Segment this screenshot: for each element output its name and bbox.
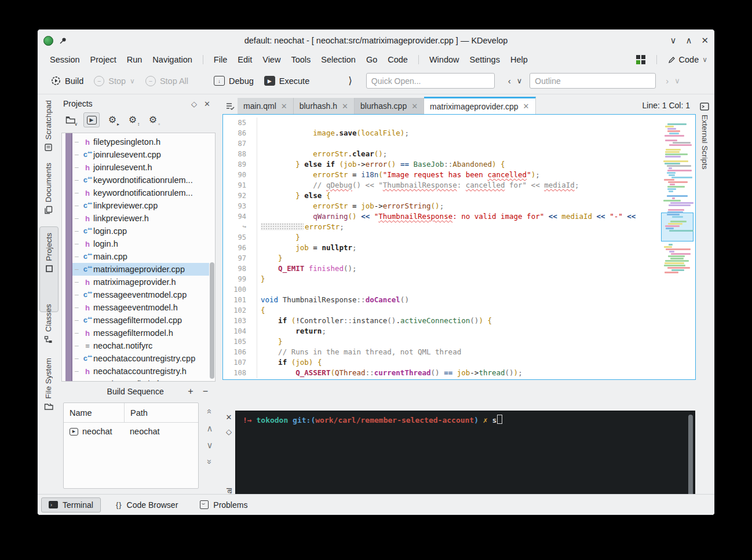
build-sequence-table[interactable]: Name Path ▶neochatneochat	[63, 402, 199, 489]
sidebar-tab-documents[interactable]: Documents	[39, 163, 57, 222]
tree-item[interactable]: –hfiletypesingleton.h	[72, 136, 209, 148]
menu-help[interactable]: Help	[505, 54, 533, 65]
open-project-menu-button[interactable]: ∨	[63, 113, 78, 127]
code-line[interactable]: 104 return;	[223, 326, 659, 336]
move-up-button[interactable]: ∧	[207, 424, 213, 433]
code-line[interactable]: 107 if (job) {	[223, 357, 659, 368]
outline-forward-icon[interactable]: ›	[663, 75, 671, 87]
pin-icon[interactable]	[59, 37, 67, 45]
toolview-button-terminal[interactable]: ›Terminal	[41, 497, 101, 513]
menu-file[interactable]: File	[209, 54, 232, 65]
code-line[interactable]: 98 Q_EMIT finished();	[223, 263, 659, 274]
build-button[interactable]: Build	[46, 73, 89, 89]
reload-projects-button[interactable]: ⚙↕	[125, 113, 140, 127]
project-tree[interactable]: –hfiletypesingleton.h–c++joinrulesevent.…	[61, 133, 216, 382]
detach-panel-icon[interactable]: ◇	[188, 100, 200, 108]
tab-close-icon[interactable]: ✕	[281, 102, 287, 111]
toolview-button-problems[interactable]: Problems	[193, 498, 254, 512]
outline-more-icon[interactable]: ∨	[671, 75, 683, 86]
tree-item[interactable]: –⟨⟩neochatconfig.kcfg	[72, 378, 209, 382]
tab-close-icon[interactable]: ✕	[411, 102, 418, 111]
code-line[interactable]: 92 } else {	[223, 191, 659, 201]
tree-item[interactable]: –hmessagefiltermodel.h	[72, 327, 209, 339]
menu-tools[interactable]: Tools	[286, 54, 316, 65]
menu-go[interactable]: Go	[361, 54, 382, 65]
code-line[interactable]: 103 if (!Controller::instance().activeCo…	[223, 316, 659, 326]
stop-button[interactable]: − Stop ∨	[89, 73, 140, 89]
menu-code[interactable]: Code	[382, 54, 413, 65]
configure-button[interactable]: ⚙▸	[105, 113, 120, 127]
tree-item[interactable]: –c++messageeventmodel.cpp	[72, 288, 209, 301]
tree-item[interactable]: –hkeywordnotificationrulem...	[72, 186, 209, 199]
editor-tab-main.qml[interactable]: main.qml✕	[238, 98, 294, 114]
tree-item[interactable]: –c++login.cpp	[72, 225, 209, 237]
add-build-item-button[interactable]: +	[183, 386, 198, 397]
code-line[interactable]: 102{	[223, 305, 659, 316]
code-line[interactable]: 89 } else if (job->error() == BaseJob::A…	[223, 159, 659, 170]
sidebar-tab-scratchpad[interactable]: Scratchpad	[39, 100, 57, 158]
code-line[interactable]: 94 qWarning() << "ThumbnailResponse: no …	[223, 211, 659, 222]
tree-item[interactable]: –hlogin.h	[72, 237, 209, 250]
code-line[interactable]: 87	[223, 138, 659, 149]
detach-terminal-icon[interactable]: ◇	[226, 427, 232, 436]
sidebar-tab-classes[interactable]: Classes	[39, 304, 57, 353]
code-line[interactable]: ↪errorStr;	[223, 222, 659, 232]
code-line[interactable]: 101void ThumbnailResponse::doCancel()	[223, 295, 659, 305]
menu-settings[interactable]: Settings	[465, 54, 505, 65]
code-line[interactable]: 106 // Runs in the main thread, not QML …	[223, 347, 659, 357]
move-top-button[interactable]: «	[207, 407, 212, 416]
menu-view[interactable]: View	[257, 54, 286, 65]
code-line[interactable]: 108 Q_ASSERT(QThread::currentThread() ==…	[223, 368, 659, 378]
code-line[interactable]: 91 // qDebug() << "ThumbnailResponse: ca…	[223, 180, 659, 191]
editor-tab-matriximageprovider.cpp[interactable]: matriximageprovider.cpp✕	[424, 97, 535, 114]
sidebar-tab-file-system[interactable]: File System	[39, 358, 57, 420]
stop-all-button[interactable]: − Stop All	[140, 73, 194, 89]
tab-external-scripts[interactable]: External Scripts	[696, 103, 713, 170]
close-icon[interactable]: ✕	[701, 35, 709, 46]
code-line[interactable]: 85	[223, 118, 659, 128]
tree-item[interactable]: –c++neochataccountregistry.cpp	[72, 352, 209, 365]
code-line[interactable]: 86 image.save(localFile);	[223, 128, 659, 138]
tree-item[interactable]: –c++messagefiltermodel.cpp	[72, 314, 209, 327]
move-down-button[interactable]: ∨	[207, 441, 213, 449]
menu-navigation[interactable]: Navigation	[147, 54, 198, 65]
code-line[interactable]: 96 job = nullptr;	[223, 243, 659, 253]
editor-tab-blurhash.h[interactable]: blurhash.h✕	[294, 98, 355, 114]
code-line[interactable]: 105 }	[223, 336, 659, 347]
tab-close-icon[interactable]: ✕	[523, 102, 530, 111]
tree-item[interactable]: –c++main.cpp	[72, 250, 209, 263]
tree-item[interactable]: –hmessageeventmodel.h	[72, 301, 209, 314]
outline-input[interactable]	[530, 73, 656, 89]
debug-button[interactable]: ↓ Debug	[209, 73, 259, 89]
build-selection-button[interactable]: ▶	[83, 112, 100, 127]
code-line[interactable]: 100	[223, 284, 659, 295]
tab-close-icon[interactable]: ✕	[342, 102, 348, 111]
toolview-button-code-browser[interactable]: {}Code Browser	[109, 498, 185, 512]
code-line[interactable]: 95 }	[223, 232, 659, 243]
toolbar-overflow-icon[interactable]: ⟩	[348, 75, 352, 87]
code-line[interactable]: 93 errorStr = job->errorString();	[223, 201, 659, 211]
menu-run[interactable]: Run	[122, 54, 148, 65]
move-bottom-button[interactable]: »	[207, 457, 212, 466]
maximize-icon[interactable]: ∧	[685, 35, 692, 46]
remove-build-item-button[interactable]: −	[198, 386, 213, 397]
code-editor[interactable]: 8586 image.save(localFile);8788 errorStr…	[222, 114, 696, 380]
menu-session[interactable]: Session	[45, 54, 85, 65]
minimap[interactable]	[661, 116, 693, 378]
code-line[interactable]: 99}	[223, 274, 659, 284]
document-list-icon[interactable]	[222, 98, 238, 114]
outline-back-icon[interactable]: ‹	[505, 75, 514, 87]
menu-project[interactable]: Project	[85, 54, 122, 65]
menu-edit[interactable]: Edit	[232, 54, 257, 65]
area-switcher-icon[interactable]	[636, 55, 645, 64]
sidebar-tab-projects[interactable]: Projects	[39, 226, 59, 312]
tree-item[interactable]: –hlinkpreviewer.h	[72, 212, 209, 225]
tree-item[interactable]: –hmatriximageprovider.h	[72, 276, 209, 288]
tree-item[interactable]: –hjoinrulesevent.h	[72, 161, 209, 174]
code-line[interactable]: 88 errorStr.clear();	[223, 149, 659, 159]
editor-tab-blurhash.cpp[interactable]: blurhash.cpp✕	[355, 98, 424, 114]
tree-item[interactable]: –c++keywordnotificationrulem...	[72, 174, 209, 186]
minimize-icon[interactable]: ∨	[670, 35, 676, 46]
menu-window[interactable]: Window	[424, 54, 465, 65]
code-line[interactable]: 97 }	[223, 253, 659, 263]
